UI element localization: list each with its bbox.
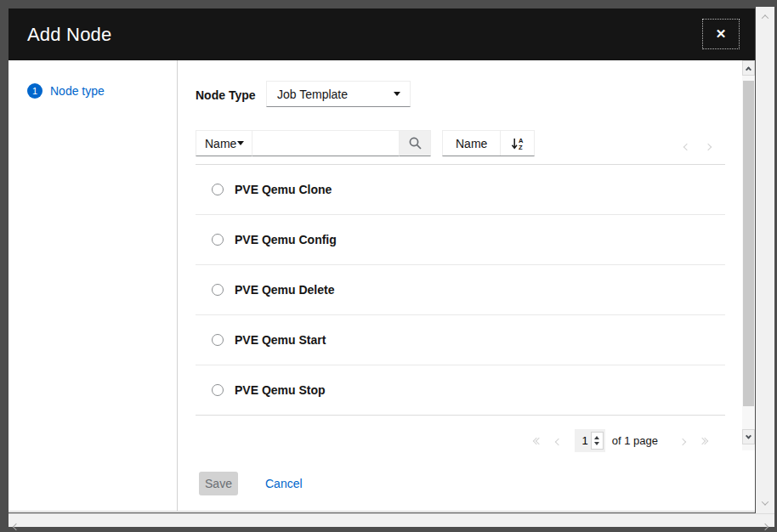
node-type-label: Node Type [196,88,256,102]
scroll-down-button[interactable] [742,429,755,444]
list-item-label: PVE Qemu Config [235,233,337,246]
wizard-nav: 1 Node type [9,60,178,511]
step-label: Node type [50,84,105,98]
scrollbar-thumb[interactable] [743,81,754,406]
next-page-button[interactable] [680,434,685,447]
list-item-label: PVE Qemu Start [235,333,326,347]
sort-key-label: Name [456,137,487,150]
node-type-select[interactable]: Job Template [266,81,411,107]
screen: Add Node ✕ 1 Node type Node Type Job Tem… [0,0,777,532]
search-input[interactable] [252,130,399,156]
step-number-badge: 1 [27,83,43,99]
list-item-label: PVE Qemu Delete [235,283,335,297]
next-page-icon[interactable] [706,138,711,153]
cancel-button[interactable]: Cancel [265,477,303,490]
add-node-modal: Add Node ✕ 1 Node type Node Type Job Tem… [9,8,755,512]
chevron-down-icon [237,141,244,145]
scroll-up-button[interactable] [742,60,755,76]
page-number-input[interactable] [578,434,588,447]
page-number-spinner[interactable] [591,432,604,450]
sort-key-select[interactable]: Name [443,131,501,156]
template-list: PVE Qemu Clone PVE Qemu Config PVE Qemu … [196,164,725,416]
radio-button[interactable] [212,234,224,246]
top-pagination [684,138,711,153]
radio-button[interactable] [212,184,224,195]
wizard-step-node-type[interactable]: 1 Node type [27,83,105,99]
angle-double-right-icon [700,439,707,444]
svg-text:Z: Z [519,144,523,150]
first-page-button[interactable] [534,439,542,444]
radio-button[interactable] [212,334,224,346]
sort-direction-button[interactable]: A Z [501,131,534,156]
bottom-pagination: of 1 page [534,429,707,452]
modal-scrollbar[interactable] [742,60,755,450]
chevron-down-icon [394,92,400,96]
angle-right-icon [680,434,685,447]
list-item-pve-qemu-stop[interactable]: PVE Qemu Stop [196,365,725,416]
save-button[interactable]: Save [199,472,238,495]
angle-left-icon [556,434,561,447]
search-button[interactable] [399,130,431,156]
list-item-label: PVE Qemu Stop [235,383,326,397]
radio-button[interactable] [212,384,224,396]
window-scroll-right-icon[interactable] [763,518,768,532]
spinner-up-icon[interactable] [594,436,599,439]
window-scroll-up-icon[interactable] [756,8,774,25]
window-scroll-left-icon[interactable] [14,518,19,532]
modal-header: Add Node ✕ [9,8,755,60]
list-item-pve-qemu-clone[interactable]: PVE Qemu Clone [196,165,725,215]
prev-page-icon[interactable] [684,138,689,153]
list-item-label: PVE Qemu Clone [235,183,332,196]
window-vertical-scrollbar[interactable] [756,7,774,513]
modal-title: Add Node [27,24,111,46]
prev-page-button[interactable] [556,434,561,447]
modal-bottom-divider [9,511,755,512]
last-page-button[interactable] [700,439,707,444]
window-scroll-down-icon[interactable] [756,495,774,512]
close-button[interactable]: ✕ [703,20,739,48]
search-icon [408,136,423,150]
spinner-down-icon[interactable] [594,442,599,445]
page-count-label: of 1 page [612,434,658,447]
filter-key-select[interactable]: Name [196,130,252,156]
close-icon: ✕ [716,26,727,42]
list-item-pve-qemu-delete[interactable]: PVE Qemu Delete [196,265,725,315]
filter-key-label: Name [205,137,236,150]
list-item-pve-qemu-start[interactable]: PVE Qemu Start [196,315,725,365]
sort-group: Name A Z [442,130,535,156]
sort-alpha-down-icon: A Z [511,137,525,150]
window-horizontal-scrollbar[interactable] [9,513,774,527]
angle-double-left-icon [534,439,542,444]
page-number-box [575,429,605,452]
radio-button[interactable] [212,284,224,296]
node-type-selected-value: Job Template [277,88,348,101]
list-item-pve-qemu-config[interactable]: PVE Qemu Config [196,215,725,265]
